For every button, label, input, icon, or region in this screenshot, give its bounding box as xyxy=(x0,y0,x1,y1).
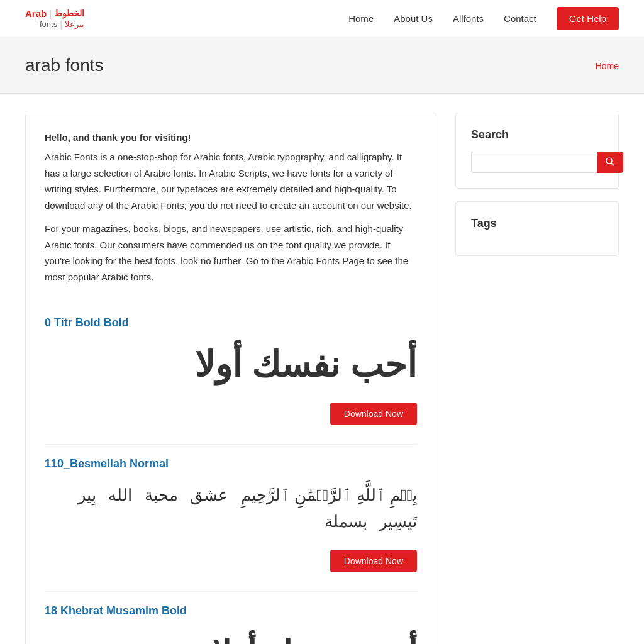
svg-line-1 xyxy=(611,162,614,165)
intro-para2: For your magazines, books, blogs, and ne… xyxy=(45,221,417,285)
logo-text-ar2: يبرعلا xyxy=(65,19,84,29)
font-name-1: 0 Titr Bold Bold xyxy=(45,316,417,330)
download-row-1: Download Now xyxy=(45,402,417,425)
font-entry-1: 0 Titr Bold Bold أحب نفسك أولا Download … xyxy=(45,304,417,425)
logo-text-en: Arab xyxy=(25,8,47,19)
font-entry-3: 18 Khebrat Musamim Bold أحب نفسك أولا xyxy=(45,591,417,644)
tags-title: Tags xyxy=(471,217,603,230)
get-help-button[interactable]: Get Help xyxy=(557,7,619,30)
sidebar: Search Tags xyxy=(455,113,619,644)
breadcrumb-home[interactable]: Home xyxy=(596,61,619,71)
main-layout: Hello, and thank you for visiting! Arabi… xyxy=(0,94,644,644)
font-name-3: 18 Khebrat Musamim Bold xyxy=(45,604,417,618)
logo-sub: fonts xyxy=(40,19,57,29)
download-button-2[interactable]: Download Now xyxy=(330,550,417,572)
search-title: Search xyxy=(471,128,603,142)
search-row xyxy=(471,152,603,173)
font-preview-3: أحب نفسك أولا xyxy=(45,628,417,644)
nav-home[interactable]: Home xyxy=(348,13,374,24)
nav-allfonts[interactable]: Allfonts xyxy=(453,13,484,24)
nav-links: Home About Us Allfonts Contact Get Help xyxy=(348,7,619,30)
page-title: arab fonts xyxy=(25,55,104,75)
search-input[interactable] xyxy=(471,152,597,173)
logo-text-ar: الخطوط xyxy=(54,8,84,18)
logo[interactable]: Arab | الخطوط fonts | يبرعلا xyxy=(25,8,84,30)
download-row-2: Download Now xyxy=(45,550,417,572)
tags-widget: Tags xyxy=(455,201,619,256)
breadcrumb: Home xyxy=(596,60,619,71)
nav-about[interactable]: About Us xyxy=(394,13,433,24)
search-button[interactable] xyxy=(597,152,623,173)
logo-divider2: | xyxy=(60,19,62,30)
font-name-2: 110_Besmellah Normal xyxy=(45,457,417,470)
intro-greeting: Hello, and thank you for visiting! xyxy=(45,132,417,143)
search-icon xyxy=(606,157,614,166)
logo-divider: | xyxy=(49,8,52,19)
download-button-1[interactable]: Download Now xyxy=(330,402,417,425)
font-preview-1: أحب نفسك أولا xyxy=(45,340,417,390)
font-entry-2: 110_Besmellah Normal بِسۡمِ ٱللَّهِ ٱلرَ… xyxy=(45,444,417,572)
navigation: Arab | الخطوط fonts | يبرعلا Home About … xyxy=(0,0,644,38)
search-widget: Search xyxy=(455,113,619,189)
font-preview-2: بِسۡمِ ٱللَّهِ ٱلرَّحۡمَٰنِ ٱلرَّحِيمِ ع… xyxy=(45,480,417,537)
content-area: Hello, and thank you for visiting! Arabi… xyxy=(25,113,436,644)
nav-contact[interactable]: Contact xyxy=(504,13,536,24)
page-header: arab fonts Home xyxy=(0,38,644,94)
intro-para1: Arabic Fonts is a one-stop-shop for Arab… xyxy=(45,149,417,213)
